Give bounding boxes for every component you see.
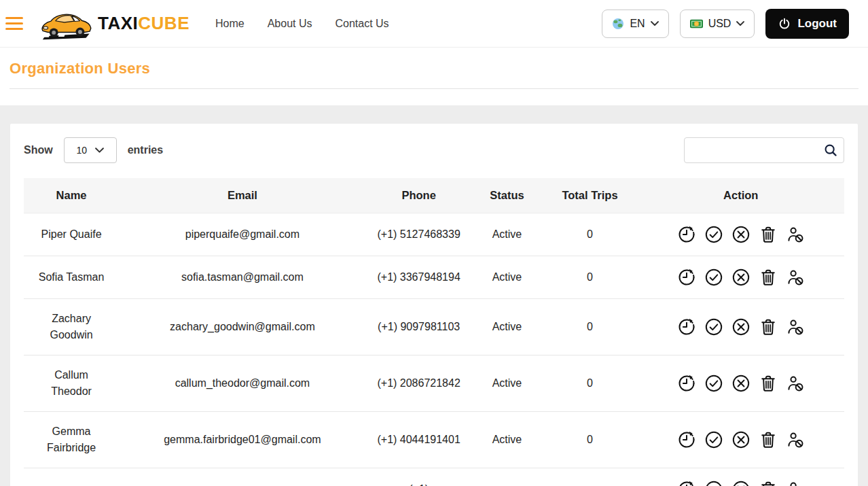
block-user-button[interactable] (786, 268, 805, 287)
reject-button[interactable] (731, 430, 751, 449)
banknote-icon (690, 19, 703, 29)
block-user-button[interactable] (786, 430, 805, 449)
cell-total-trips: 0 (542, 256, 637, 299)
nav-link-contact-us[interactable]: Contact Us (335, 18, 388, 30)
reject-icon (731, 430, 751, 449)
language-selector[interactable]: EN (602, 10, 668, 38)
cell-email: sofia.tasman@gmail.com (119, 256, 366, 299)
reject-button[interactable] (731, 317, 751, 336)
column-header-phone: Phone (366, 178, 472, 213)
divider (10, 88, 858, 89)
cell-status: Active (472, 299, 543, 355)
block-user-button[interactable] (786, 225, 805, 244)
block-user-icon (786, 480, 805, 486)
cell-total-trips: 0 (542, 412, 637, 468)
approve-button[interactable] (704, 268, 723, 287)
delete-button[interactable] (759, 374, 778, 393)
block-user-icon (786, 225, 805, 244)
column-header-action: Action (638, 178, 844, 213)
cell-actions (638, 355, 844, 412)
reject-button[interactable] (731, 374, 751, 393)
block-user-button[interactable] (786, 317, 805, 336)
cell-total-trips: 0 (542, 213, 637, 256)
reject-button[interactable] (731, 225, 751, 244)
delete-button[interactable] (759, 430, 778, 449)
chevron-down-icon (651, 21, 659, 27)
table-row: Sofia Tasman sofia.tasman@gmail.com (+1)… (24, 256, 844, 299)
cell-total-trips: 0 (542, 299, 637, 355)
users-table-card: Show 10 entries Name Email Phone (10, 124, 858, 486)
delete-button[interactable] (759, 317, 778, 336)
currency-selected: USD (708, 18, 731, 30)
cell-actions (638, 468, 844, 486)
approve-button[interactable] (704, 374, 723, 393)
header-actions: EN USD Logout (602, 9, 849, 39)
column-header-status: Status (472, 178, 543, 213)
reject-button[interactable] (731, 480, 751, 486)
brand-name: TAXICUBE (98, 13, 189, 34)
block-user-button[interactable] (786, 480, 805, 486)
cell-email (119, 468, 366, 486)
cell-name: Zachary Goodwin (24, 299, 119, 355)
history-button[interactable] (677, 480, 696, 486)
block-user-button[interactable] (786, 374, 805, 393)
delete-button[interactable] (759, 480, 778, 486)
cell-phone: (+1) 2086721842 (366, 355, 472, 412)
search-input[interactable] (684, 137, 844, 163)
cell-status (472, 468, 543, 486)
cell-email: piperquaife@gmail.com (119, 213, 366, 256)
block-user-icon (786, 268, 805, 287)
approve-icon (704, 225, 723, 244)
logout-button[interactable]: Logout (765, 9, 849, 39)
history-button[interactable] (677, 225, 696, 244)
approve-button[interactable] (704, 225, 723, 244)
approve-icon (704, 480, 723, 486)
approve-button[interactable] (704, 317, 723, 336)
history-button[interactable] (677, 317, 696, 336)
page-title: Organization Users (10, 60, 858, 77)
history-icon (677, 480, 696, 486)
history-icon (677, 225, 696, 244)
approve-icon (704, 374, 723, 393)
cell-actions (638, 256, 844, 299)
organization-users-table: Name Email Phone Status Total Trips Acti… (24, 178, 844, 486)
globe-icon (612, 18, 624, 30)
approve-button[interactable] (704, 430, 723, 449)
table-controls: Show 10 entries (24, 137, 844, 163)
delete-button[interactable] (759, 268, 778, 287)
history-icon (677, 268, 696, 287)
entries-select[interactable]: 10 (64, 137, 117, 163)
cell-email: zachary_goodwin@gmail.com (119, 299, 366, 355)
delete-button[interactable] (759, 225, 778, 244)
approve-button[interactable] (704, 480, 723, 486)
currency-selector[interactable]: USD (680, 10, 755, 38)
history-button[interactable] (677, 268, 696, 287)
cell-phone: (+1) 9097981103 (366, 299, 472, 355)
delete-icon (759, 430, 778, 449)
taxi-car-icon (38, 4, 96, 44)
history-button[interactable] (677, 430, 696, 449)
cell-name: Sofia Tasman (24, 256, 119, 299)
nav-link-about-us[interactable]: About Us (268, 18, 312, 30)
nav-link-home[interactable]: Home (215, 18, 245, 30)
brand-logo[interactable]: TAXICUBE (38, 4, 189, 44)
block-user-icon (786, 374, 805, 393)
block-user-icon (786, 430, 805, 449)
history-icon (677, 317, 696, 336)
cell-actions (638, 213, 844, 256)
cell-status: Active (472, 213, 543, 256)
reject-icon (731, 374, 751, 393)
search-box (684, 137, 844, 163)
cell-phone: (+1) 4044191401 (366, 412, 472, 468)
history-button[interactable] (677, 374, 696, 393)
cell-phone: (+1) 5127468339 (366, 213, 472, 256)
cell-total-trips: 0 (542, 355, 637, 412)
cell-actions (638, 412, 844, 468)
hamburger-menu-icon[interactable] (5, 17, 23, 30)
cell-name: Callum Theodor (24, 355, 119, 412)
page-header: Organization Users (0, 48, 868, 105)
approve-icon (704, 268, 723, 287)
column-header-email: Email (119, 178, 366, 213)
reject-button[interactable] (731, 268, 751, 287)
entries-selected-value: 10 (76, 145, 87, 156)
